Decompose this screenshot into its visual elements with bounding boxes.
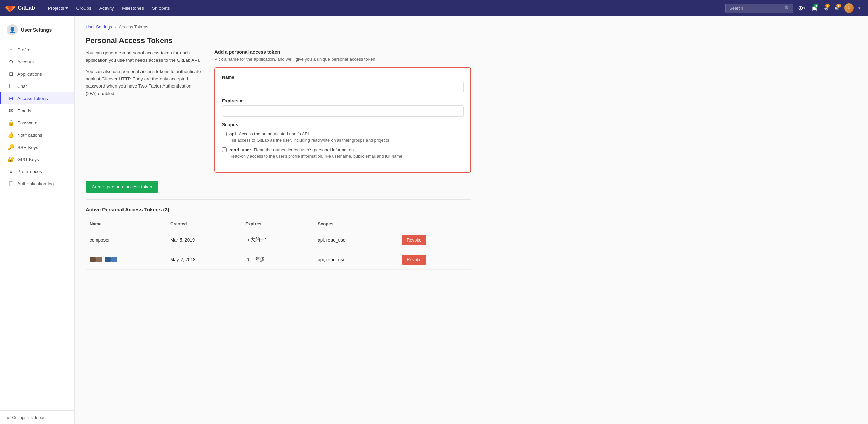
top-navigation: GitLab Projects ▾ Groups Activity Milest… — [0, 0, 868, 16]
issues-button[interactable]: ✉ 1 — [833, 3, 842, 14]
sidebar-item-label: Authentication log — [17, 181, 54, 186]
section-divider — [86, 199, 471, 200]
nav-snippets[interactable]: Snippets — [149, 3, 173, 13]
token-scopes: api, read_user — [314, 250, 398, 269]
user-avatar[interactable]: U — [844, 3, 854, 13]
sidebar-item-label: Emails — [17, 108, 31, 113]
scope-read-user-detail: Read-only access to the user's profile i… — [229, 153, 464, 160]
sidebar-item-label: Notifications — [17, 133, 42, 138]
sidebar-item-label: Applications — [17, 72, 42, 77]
content-grid: You can generate a personal access token… — [86, 49, 471, 173]
expires-form-group: Expires at — [222, 98, 464, 117]
sidebar-item-access-tokens[interactable]: ⊟ Access Tokens — [0, 92, 74, 104]
sidebar-item-auth-log[interactable]: 📋 Authentication log — [0, 177, 74, 190]
token-block-3 — [105, 257, 111, 262]
nav-groups[interactable]: Groups — [73, 3, 94, 13]
scope-api-name: api — [229, 131, 236, 136]
col-name: Name — [86, 218, 166, 230]
scope-read-user: read_user Read the authenticated user's … — [222, 147, 464, 160]
sidebar-item-emails[interactable]: ✉ Emails — [0, 104, 74, 117]
chevron-down-icon: ▾ — [803, 6, 805, 11]
scope-read-user-checkbox[interactable] — [222, 147, 227, 152]
active-tokens-section: Active Personal Access Tokens (3) Name C… — [86, 207, 471, 270]
revoke-button[interactable]: Revoke — [402, 255, 426, 265]
col-expires: Expires — [241, 218, 314, 230]
create-new-button[interactable]: ⊕ ▾ — [796, 2, 807, 14]
breadcrumb-current: Access Tokens — [119, 24, 148, 30]
collapse-sidebar-button[interactable]: « Collapse sidebar — [0, 410, 74, 424]
nav-milestones[interactable]: Milestones — [119, 3, 148, 13]
sidebar-item-account[interactable]: ⊙ Account — [0, 56, 74, 68]
sidebar-item-label: Chat — [17, 84, 27, 89]
tokens-table: Name Created Expires Scopes composer Mar… — [86, 218, 471, 270]
sidebar: 👤 User Settings ○ Profile ⊙ Account ⊞ Ap… — [0, 16, 75, 424]
scope-api-detail: Full access to GitLab as the user, inclu… — [229, 137, 464, 144]
notifications-icon: 🔔 — [8, 132, 14, 138]
user-menu-button[interactable]: ▾ — [856, 4, 863, 13]
create-token-button[interactable]: Create personal access token — [86, 181, 158, 193]
scope-read-user-name: read_user — [229, 147, 251, 152]
nav-projects[interactable]: Projects ▾ — [44, 3, 72, 13]
form-box: Name Expires at Scopes — [214, 67, 471, 173]
scope-read-user-row: read_user Read the authenticated user's … — [222, 147, 464, 152]
scopes-group: Scopes api Access the authenticated user… — [222, 122, 464, 160]
issues-badge: 1 — [836, 4, 841, 8]
scope-api: api Access the authenticated user's API … — [222, 131, 464, 144]
sidebar-item-password[interactable]: 🔒 Password — [0, 117, 74, 129]
name-input[interactable] — [222, 82, 464, 93]
breadcrumb-parent[interactable]: User Settings — [86, 24, 112, 30]
applications-icon: ⊞ — [8, 71, 14, 77]
preferences-icon: ≡ — [8, 169, 14, 174]
token-expires: In 大约一年 — [241, 230, 314, 250]
col-actions — [398, 218, 471, 230]
ssh-keys-icon: 🔑 — [8, 144, 14, 150]
nav-links: Projects ▾ Groups Activity Milestones Sn… — [44, 3, 173, 13]
token-expires: In 一年多 — [241, 250, 314, 269]
chat-icon: ☐ — [8, 83, 14, 89]
gitlab-logo-icon — [5, 3, 15, 13]
sidebar-item-label: GPG Keys — [17, 157, 39, 162]
name-form-group: Name — [222, 75, 464, 93]
nav-right: 🔍 ⊕ ▾ ▣ 8 ⊕ 1 ✉ 1 U ▾ — [725, 2, 863, 14]
plus-icon: ⊕ — [798, 4, 803, 12]
description-text-1: You can generate a personal access token… — [86, 49, 201, 64]
scope-api-description: Access the authenticated user's API — [239, 131, 309, 136]
nav-activity[interactable]: Activity — [96, 3, 117, 13]
gitlab-logo[interactable]: GitLab — [5, 3, 35, 13]
token-name-text: composer — [90, 237, 110, 243]
expires-label: Expires at — [222, 98, 464, 103]
main-content: User Settings › Access Tokens Personal A… — [75, 16, 482, 424]
search-input[interactable] — [725, 4, 793, 13]
sidebar-item-notifications[interactable]: 🔔 Notifications — [0, 129, 74, 141]
scope-api-checkbox[interactable] — [222, 132, 227, 136]
gpg-keys-icon: 🔐 — [8, 156, 14, 162]
active-tokens-title: Active Personal Access Tokens (3) — [86, 207, 471, 212]
collapse-icon: « — [7, 415, 9, 420]
scope-read-user-description: Read the authenticated user's personal i… — [254, 147, 354, 152]
page-title: Personal Access Tokens — [86, 36, 471, 45]
search-icon: 🔍 — [784, 5, 790, 11]
sidebar-item-label: Password — [17, 120, 37, 126]
token-scopes: api, read_user — [314, 230, 398, 250]
sidebar-item-preferences[interactable]: ≡ Preferences — [0, 166, 74, 177]
sidebar-item-gpg-keys[interactable]: 🔐 GPG Keys — [0, 153, 74, 166]
merge-request-button[interactable]: ⊕ 1 — [822, 3, 830, 14]
sidebar-item-ssh-keys[interactable]: 🔑 SSH Keys — [0, 141, 74, 153]
page-description: You can generate a personal access token… — [86, 49, 201, 173]
form-subtitle: Pick a name for the application, and we'… — [214, 57, 471, 62]
token-name-blocks-cell — [90, 257, 162, 262]
scopes-label: Scopes — [222, 122, 464, 127]
sidebar-item-profile[interactable]: ○ Profile — [0, 44, 74, 56]
revoke-button[interactable]: Revoke — [402, 235, 426, 245]
expires-input[interactable] — [222, 105, 464, 117]
sidebar-item-label: SSH Keys — [17, 145, 38, 150]
breadcrumb-separator: › — [115, 24, 116, 30]
token-name-cell: composer — [86, 230, 166, 250]
sidebar-item-applications[interactable]: ⊞ Applications — [0, 68, 74, 80]
monitor-button[interactable]: ▣ 8 — [810, 3, 819, 14]
form-section: Add a personal access token Pick a name … — [214, 49, 471, 173]
sidebar-item-label: Profile — [17, 47, 30, 52]
access-tokens-icon: ⊟ — [8, 95, 14, 101]
chevron-down-icon: ▾ — [65, 5, 68, 11]
sidebar-item-chat[interactable]: ☐ Chat — [0, 80, 74, 92]
